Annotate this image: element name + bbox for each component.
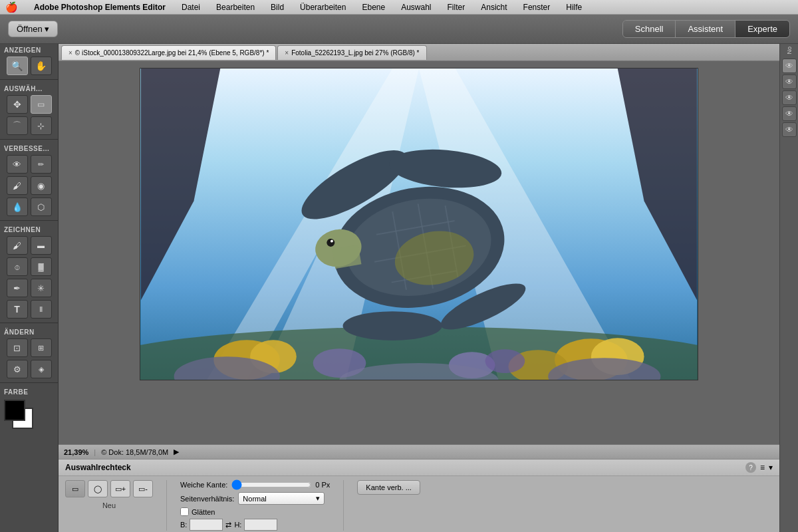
tab-close-1[interactable]: × (285, 49, 289, 57)
dropdown-arrow[interactable]: ▾ (769, 463, 773, 472)
tool-text2[interactable]: Ⅱ (31, 300, 52, 319)
sidebar-section-verbessern: VERBESSE... (0, 142, 58, 154)
tool-lasso[interactable]: ⌒ (7, 116, 28, 135)
tool-crop[interactable]: ⊡ (7, 338, 28, 357)
mode-assistent[interactable]: Assistent (676, 21, 735, 37)
glaetten-checkbox[interactable] (180, 507, 189, 516)
menu-ueberarbeiten[interactable]: Überarbeiten (297, 1, 348, 13)
swap-icon[interactable]: ⇄ (225, 521, 231, 529)
h-input[interactable] (244, 519, 277, 531)
tool-gradient[interactable]: ▓ (31, 257, 52, 276)
glaetten-label: Glätten (192, 508, 215, 516)
tool-eraser[interactable]: ▬ (31, 236, 52, 255)
right-eye-4[interactable]: 👁 (782, 106, 797, 121)
menu-bild[interactable]: Bild (268, 1, 287, 13)
right-panel: No 👁 👁 👁 👁 👁 (779, 44, 798, 532)
sidebar-section-auswahl: AUSWÄH... (0, 82, 58, 94)
weiche-kante-value: 0 Px (315, 481, 330, 489)
kante-btn[interactable]: Kante verb. ... (357, 480, 420, 495)
tab-close-0[interactable]: × (68, 49, 72, 57)
sidebar: ANZEIGEN 🔍 ✋ AUSWÄH... ✥ ▭ ⌒ ⊹ VERBESSE.… (0, 44, 59, 532)
tool-row-aendern2: ⚙ ◈ (0, 358, 58, 380)
menu-ebene[interactable]: Ebene (359, 1, 388, 13)
tool-options-body: ▭ ◯ ▭+ ▭- Neu Weiche Kante: 0 (59, 476, 779, 532)
weiche-kante-slider[interactable] (231, 480, 311, 489)
rect-btn-subtract[interactable]: ▭- (133, 480, 153, 497)
list-icon[interactable]: ≡ (760, 463, 765, 472)
tool-text[interactable]: T (7, 300, 28, 319)
tool-row-zeichnen1: 🖌 ▬ (0, 235, 58, 256)
menu-ansicht[interactable]: Ansicht (478, 1, 509, 13)
tool-eye[interactable]: 👁 (7, 155, 28, 174)
menu-hilfe[interactable]: Hilfe (563, 1, 585, 13)
tool-row-anzeigen: 🔍 ✋ (0, 55, 58, 76)
canvas-image[interactable] (140, 68, 698, 380)
divider-2 (343, 480, 344, 531)
right-eye-3[interactable]: 👁 (782, 90, 797, 105)
toolbar: Öffnen ▾ Schnell Assistent Experte (0, 15, 798, 44)
tool-warp[interactable]: ◈ (31, 360, 52, 378)
open-button[interactable]: Öffnen ▾ (8, 21, 58, 37)
seitenverhaeltnis-row: Seitenverhältnis: Normal ▾ (180, 492, 330, 505)
right-panel-label: No (786, 47, 793, 55)
tool-dodge[interactable]: 💧 (7, 198, 28, 216)
tool-settings[interactable]: ⚙ (7, 360, 28, 378)
tab-0[interactable]: × © iStock_000013809322Large.jpg bei 21,… (61, 45, 276, 60)
sidebar-section-anzeigen: ANZEIGEN (0, 44, 58, 55)
weiche-kante-section: Weiche Kante: 0 Px Seitenverhältnis: Nor… (180, 480, 330, 531)
right-eye-2[interactable]: 👁 (782, 74, 797, 89)
options-help: ? ≡ ▾ (745, 462, 773, 473)
tool-redeye[interactable]: ✏ (31, 155, 52, 174)
app-name[interactable]: Adobe Photoshop Elements Editor (31, 1, 168, 13)
help-icon[interactable]: ? (745, 462, 756, 473)
mode-experte[interactable]: Experte (735, 21, 789, 37)
menu-bearbeiten[interactable]: Bearbeiten (213, 1, 257, 13)
tool-rect-select[interactable]: ▭ (31, 95, 52, 114)
dropdown-chevron: ▾ (316, 494, 320, 503)
tab-1[interactable]: × Fotolia_52262193_L.jpg bei 27% (RGB/8)… (277, 45, 426, 60)
right-eye-5[interactable]: 👁 (782, 122, 797, 137)
foreground-color-swatch[interactable] (4, 400, 25, 421)
tool-row-auswahl2: ⌒ ⊹ (0, 115, 58, 136)
right-eye-1[interactable]: 👁 (782, 59, 797, 73)
tool-shape[interactable]: ✳ (31, 279, 52, 297)
tool-options-panel: Auswahlrechteck ? ≡ ▾ ▭ ◯ ▭+ ▭- (59, 459, 779, 532)
menu-fenster[interactable]: Fenster (521, 1, 553, 13)
rect-tool-group: ▭ ◯ ▭+ ▭- (65, 480, 153, 497)
rect-btn-add[interactable]: ▭+ (110, 480, 130, 497)
rect-btn-square[interactable]: ▭ (65, 480, 85, 497)
tool-move[interactable]: ✥ (7, 95, 28, 114)
tool-paintbrush[interactable]: 🖌 (7, 236, 28, 255)
status-bar: 21,39% | © Dok: 18,5M/78,0M ▶ (59, 444, 779, 459)
tool-transform[interactable]: ⊞ (31, 338, 52, 357)
doc-info: © Dok: 18,5M/78,0M (101, 448, 168, 456)
tool-magnify[interactable]: 🔍 (7, 57, 28, 75)
seitenverhaeltnis-value: Normal (243, 495, 266, 503)
doc-arrow[interactable]: ▶ (174, 448, 179, 456)
apple-menu-icon[interactable]: 🍎 (5, 1, 18, 13)
tool-brush-correct[interactable]: 🖌 (7, 176, 28, 195)
status-divider: | (94, 448, 96, 456)
b-input[interactable] (190, 519, 223, 531)
menu-filter[interactable]: Filter (445, 1, 468, 13)
tool-name: Auswahlrechteck (65, 463, 131, 472)
seitenverhaeltnis-dropdown[interactable]: Normal ▾ (238, 492, 325, 505)
bh-row: B: ⇄ H: (180, 519, 330, 531)
tool-eyedropper[interactable]: ✒ (7, 279, 28, 297)
tool-row-auswahl1: ✥ ▭ (0, 94, 58, 115)
mode-schnell[interactable]: Schnell (623, 21, 676, 37)
menu-datei[interactable]: Datei (179, 1, 203, 13)
tool-hand[interactable]: ✋ (31, 57, 52, 75)
tool-row-verbessern2: 🖌 ◉ (0, 175, 58, 196)
color-swatches[interactable] (4, 400, 39, 429)
menu-auswahl[interactable]: Auswahl (398, 1, 434, 13)
kante-section: Kante verb. ... (357, 480, 420, 495)
tool-blur[interactable]: ⬡ (31, 198, 52, 216)
tool-magic-wand[interactable]: ⊹ (31, 116, 52, 135)
svg-point-32 (343, 311, 442, 340)
tool-paint-bucket[interactable]: ⌽ (7, 257, 28, 276)
color-area (0, 397, 58, 432)
tabs-bar: × © iStock_000013809322Large.jpg bei 21,… (59, 44, 779, 61)
rect-btn-ellipse[interactable]: ◯ (88, 480, 108, 497)
tool-stamp[interactable]: ◉ (31, 176, 52, 195)
